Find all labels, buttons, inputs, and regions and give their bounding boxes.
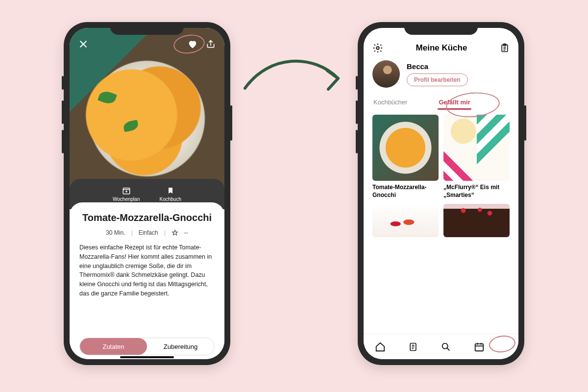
likes-grid[interactable]: Tomate-Mozzarella-Gnocchi „McFlurry®“ Ei… (364, 115, 518, 237)
calendar-add-icon (122, 186, 131, 195)
recipe-thumbnail (443, 115, 510, 181)
kitchen-tabs: Kochbücher Gefällt mir (364, 95, 518, 110)
flow-arrow-icon (240, 49, 348, 108)
recipe-card-title: „McFlurry®“ Eis mit „Smarties“ (443, 184, 510, 199)
recipe-card[interactable]: „McFlurry®“ Eis mit „Smarties“ (443, 115, 510, 199)
edit-profile-button[interactable]: Profil bearbeiten (407, 74, 468, 86)
kochbuch-button[interactable]: Kochbuch (159, 186, 181, 202)
svg-point-5 (442, 343, 448, 348)
recipe-card[interactable] (443, 204, 510, 237)
screen-recipe-detail: Wochenplan Kochbuch Tomate-Mozzarella-Gn… (70, 28, 224, 359)
recipe-card[interactable] (372, 204, 439, 237)
home-indicator[interactable] (120, 356, 174, 358)
clipboard-icon[interactable] (500, 43, 510, 53)
kitchen-header: Meine Küche (364, 28, 518, 57)
recipe-rating: -- (184, 229, 188, 236)
bottom-nav (364, 334, 518, 359)
phone-frame-left: Wochenplan Kochbuch Tomate-Mozzarella-Gn… (64, 22, 230, 365)
bookmark-icon (167, 186, 174, 195)
annotation-circle-heart (172, 33, 206, 56)
kochbuch-label: Kochbuch (159, 196, 181, 202)
gear-icon[interactable] (372, 43, 383, 53)
svg-rect-6 (475, 343, 484, 351)
nav-calendar-icon[interactable] (474, 342, 485, 352)
annotation-circle-profile (488, 334, 516, 354)
recipe-thumbnail (372, 204, 439, 237)
recipe-duration: 30 Min. (106, 229, 125, 236)
profile-section: Becca Profil bearbeiten (364, 57, 518, 95)
wochenplan-button[interactable]: Wochenplan (113, 186, 140, 202)
recipe-meta: 30 Min. | Einfach | -- (79, 229, 215, 236)
profile-avatar[interactable] (372, 60, 400, 88)
recipe-description: Dieses einfache Rezept ist für echte Tom… (79, 243, 215, 298)
profile-name: Becca (407, 62, 468, 71)
recipe-thumbnail (372, 115, 439, 181)
recipe-title: Tomate-Mozzarella-Gnocchi (79, 212, 215, 223)
svg-point-1 (376, 47, 379, 49)
recipe-card[interactable]: Tomate-Mozzarella-Gnocchi (372, 115, 439, 199)
recipe-card-title: Tomate-Mozzarella-Gnocchi (372, 184, 439, 199)
nav-home-icon[interactable] (375, 342, 386, 352)
recipe-thumbnail (443, 204, 510, 237)
page-title: Meine Küche (416, 43, 467, 53)
close-icon[interactable] (78, 39, 88, 49)
tab-kochbuecher[interactable]: Kochbücher (372, 95, 408, 110)
recipe-sheet: Tomate-Mozzarella-Gnocchi 30 Min. | Einf… (70, 202, 224, 359)
wochenplan-label: Wochenplan (113, 196, 140, 202)
recipe-hero-image: Wochenplan Kochbuch (70, 28, 224, 209)
phone-frame-right: Meine Küche Becca Profil bearbeiten Koch… (358, 22, 524, 365)
screen-my-kitchen: Meine Küche Becca Profil bearbeiten Koch… (364, 28, 518, 359)
share-icon[interactable] (206, 39, 216, 49)
nav-feed-icon[interactable] (408, 342, 418, 352)
star-icon (172, 229, 178, 236)
tab-zutaten[interactable]: Zutaten (80, 338, 147, 355)
tab-zubereitung[interactable]: Zubereitung (147, 338, 214, 355)
nav-search-icon[interactable] (441, 342, 451, 352)
recipe-difficulty: Einfach (139, 229, 158, 236)
segmented-control: Zutaten Zubereitung (79, 338, 215, 355)
